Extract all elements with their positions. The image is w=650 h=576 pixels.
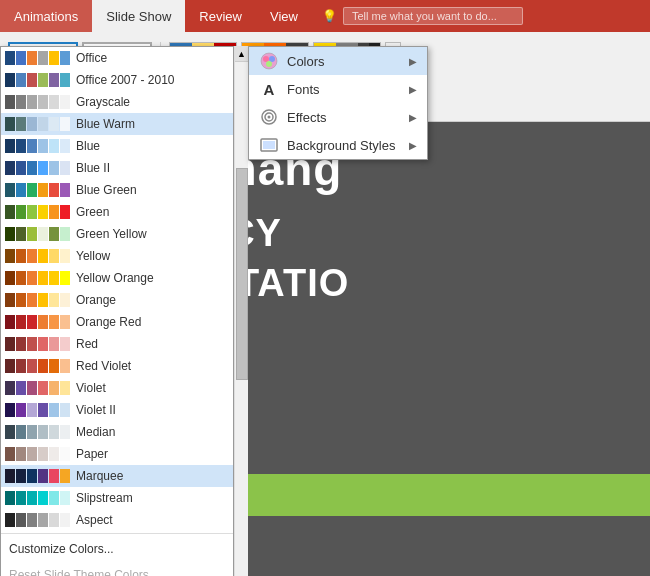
palette-row[interactable]: Green xyxy=(1,201,233,223)
palette-swatch-color xyxy=(49,183,59,197)
palette-swatch-color xyxy=(5,139,15,153)
palette-swatch-color xyxy=(16,117,26,131)
customize-colors-action[interactable]: Customize Colors... xyxy=(1,536,233,562)
palette-swatch-color xyxy=(60,403,70,417)
palette-row[interactable]: Violet xyxy=(1,377,233,399)
palette-item-name: Violet II xyxy=(76,403,116,417)
scrollbar-thumb[interactable] xyxy=(236,168,248,380)
palette-item-name: Median xyxy=(76,425,115,439)
palette-row[interactable]: Orange xyxy=(1,289,233,311)
palette-swatch-color xyxy=(38,271,48,285)
palette-swatch-color xyxy=(38,337,48,351)
palette-swatch-color xyxy=(38,117,48,131)
palette-swatch-color xyxy=(49,161,59,175)
tab-animations[interactable]: Animations xyxy=(0,0,92,32)
palette-swatch-color xyxy=(5,425,15,439)
palette-item-name: Green Yellow xyxy=(76,227,147,241)
palette-swatch-color xyxy=(5,51,15,65)
tab-view[interactable]: View xyxy=(256,0,312,32)
palette-scrollbar[interactable]: ▲ ▼ xyxy=(234,46,248,576)
palette-swatch-color xyxy=(38,95,48,109)
palette-row[interactable]: Median xyxy=(1,421,233,443)
palette-swatch-color xyxy=(16,51,26,65)
palette-swatch-color xyxy=(38,139,48,153)
palette-row[interactable]: Red xyxy=(1,333,233,355)
palette-swatch-color xyxy=(27,139,37,153)
palette-item-name: Blue Warm xyxy=(76,117,135,131)
palette-swatch-color xyxy=(27,293,37,307)
palette-row[interactable]: Yellow xyxy=(1,245,233,267)
palette-swatches xyxy=(5,139,70,153)
palette-row[interactable]: Blue II xyxy=(1,157,233,179)
palette-swatch-color xyxy=(49,491,59,505)
palette-swatches xyxy=(5,359,70,373)
palette-swatch-color xyxy=(60,205,70,219)
palette-swatch-color xyxy=(60,513,70,527)
palette-item-name: Blue II xyxy=(76,161,110,175)
submenu-item-background[interactable]: Background Styles ▶ xyxy=(249,131,427,159)
palette-swatch-color xyxy=(60,425,70,439)
palette-swatch-color xyxy=(5,183,15,197)
palette-swatch-color xyxy=(5,249,15,263)
palette-swatch-color xyxy=(38,161,48,175)
palette-swatch-color xyxy=(49,425,59,439)
palette-swatch-color xyxy=(27,469,37,483)
palette-swatch-color xyxy=(49,51,59,65)
scrollbar-up-button[interactable]: ▲ xyxy=(235,46,248,62)
background-label: Background Styles xyxy=(287,138,401,153)
palette-row[interactable]: Green Yellow xyxy=(1,223,233,245)
palette-spacer xyxy=(0,32,248,46)
colors-label: Colors xyxy=(287,54,401,69)
palette-row[interactable]: Marquee xyxy=(1,465,233,487)
tab-review[interactable]: Review xyxy=(185,0,256,32)
svg-point-2 xyxy=(269,56,275,62)
palette-row[interactable]: Paper xyxy=(1,443,233,465)
palette-swatch-color xyxy=(5,95,15,109)
palette-swatch-color xyxy=(38,51,48,65)
palette-swatches xyxy=(5,271,70,285)
palette-swatches xyxy=(5,227,70,241)
palette-swatch-color xyxy=(60,51,70,65)
palette-swatch-color xyxy=(16,359,26,373)
palette-swatch-color xyxy=(60,337,70,351)
palette-row[interactable]: Violet II xyxy=(1,399,233,421)
palette-swatch-color xyxy=(16,315,26,329)
palette-swatch-color xyxy=(60,117,70,131)
palette-row[interactable]: Yellow Orange xyxy=(1,267,233,289)
palette-swatch-color xyxy=(5,117,15,131)
palette-swatch-color xyxy=(27,271,37,285)
palette-swatch-color xyxy=(27,447,37,461)
palette-swatch-color xyxy=(5,227,15,241)
palette-swatch-color xyxy=(27,183,37,197)
palette-item-name: Blue xyxy=(76,139,100,153)
submenu-item-fonts[interactable]: A Fonts ▶ xyxy=(249,75,427,103)
search-input[interactable] xyxy=(343,7,523,25)
palette-swatch-color xyxy=(38,249,48,263)
palette-item-name: Red Violet xyxy=(76,359,131,373)
palette-row[interactable]: Slipstream xyxy=(1,487,233,509)
colors-icon xyxy=(259,51,279,71)
palette-row[interactable]: Orange Red xyxy=(1,311,233,333)
palette-row[interactable]: Aspect xyxy=(1,509,233,531)
palette-swatch-color xyxy=(27,425,37,439)
palette-row[interactable]: Blue Green xyxy=(1,179,233,201)
palette-swatch-color xyxy=(38,293,48,307)
tab-slideshow[interactable]: Slide Show xyxy=(92,0,185,32)
palette-swatch-color xyxy=(49,271,59,285)
palette-row[interactable]: Office 2007 - 2010 xyxy=(1,69,233,91)
palette-swatches xyxy=(5,447,70,461)
palette-swatch-color xyxy=(49,315,59,329)
palette-swatch-color xyxy=(16,73,26,87)
submenu-item-colors[interactable]: Colors ▶ xyxy=(249,47,427,75)
palette-row[interactable]: Blue xyxy=(1,135,233,157)
palette-swatch-color xyxy=(16,469,26,483)
fonts-icon: A xyxy=(259,79,279,99)
palette-row[interactable]: Red Violet xyxy=(1,355,233,377)
palette-row[interactable]: Office xyxy=(1,47,233,69)
palette-swatch-color xyxy=(60,359,70,373)
reset-colors-action: Reset Slide Theme Colors xyxy=(1,562,233,576)
palette-row[interactable]: Blue Warm xyxy=(1,113,233,135)
palette-swatches xyxy=(5,161,70,175)
palette-row[interactable]: Grayscale xyxy=(1,91,233,113)
submenu-item-effects[interactable]: Effects ▶ xyxy=(249,103,427,131)
